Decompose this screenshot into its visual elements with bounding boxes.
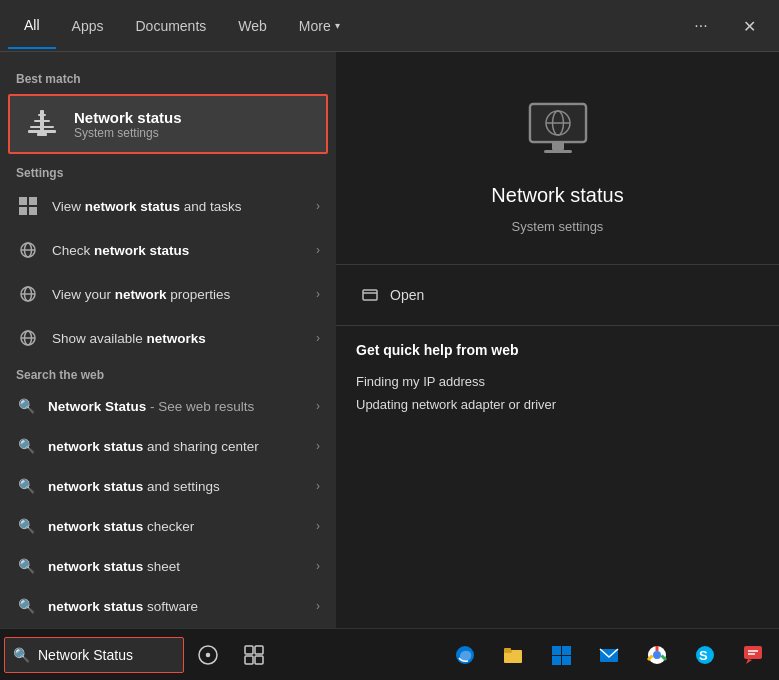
best-match-subtitle: System settings xyxy=(74,126,182,140)
taskbar: 🔍 Network Status xyxy=(0,628,779,680)
web-item-sharing[interactable]: 🔍 network status and sharing center › xyxy=(0,426,336,466)
web-item-software[interactable]: 🔍 network status software › xyxy=(0,586,336,626)
taskbar-feedback-icon[interactable] xyxy=(731,633,775,677)
globe-icon-3 xyxy=(16,326,40,350)
search-icon: 🔍 xyxy=(16,396,36,416)
web-item-settings[interactable]: 🔍 network status and settings › xyxy=(0,466,336,506)
web-item-checker[interactable]: 🔍 network status checker › xyxy=(0,506,336,546)
open-button[interactable]: Open xyxy=(356,277,759,313)
best-match-title: Network status xyxy=(74,109,182,126)
globe-icon xyxy=(16,238,40,262)
app-subtitle: System settings xyxy=(512,219,604,234)
chevron-down-icon: ▾ xyxy=(335,20,340,31)
best-match-label: Best match xyxy=(0,64,336,90)
globe-icon-2 xyxy=(16,282,40,306)
svg-rect-40 xyxy=(552,656,561,665)
settings-item-text-properties: View your network properties xyxy=(52,287,230,302)
svg-rect-5 xyxy=(37,133,47,136)
taskbar-search-box[interactable]: 🔍 Network Status xyxy=(4,637,184,673)
chevron-right-icon: › xyxy=(316,331,320,345)
web-item-text-1: Network Status - See web results xyxy=(48,399,254,414)
svg-rect-39 xyxy=(562,646,571,655)
tab-bar: All Apps Documents Web More ▾ xyxy=(0,0,779,52)
settings-item-properties[interactable]: View your network properties › xyxy=(0,272,336,316)
help-link-driver[interactable]: Updating network adapter or driver xyxy=(356,393,759,416)
svg-rect-41 xyxy=(562,656,571,665)
svg-text:S: S xyxy=(699,648,708,663)
tab-all[interactable]: All xyxy=(8,3,56,49)
settings-item-check[interactable]: Check network status › xyxy=(0,228,336,272)
svg-point-29 xyxy=(207,653,210,656)
svg-rect-33 xyxy=(255,656,263,664)
tab-documents[interactable]: Documents xyxy=(119,4,222,48)
chevron-right-icon: › xyxy=(316,599,320,613)
taskbar-skype-icon[interactable]: S xyxy=(683,633,727,677)
app-detail-top: Network status System settings xyxy=(336,52,779,265)
open-icon xyxy=(360,285,380,305)
taskbar-apps: S xyxy=(443,633,775,677)
search-icon: 🔍 xyxy=(16,476,36,496)
app-large-icon xyxy=(518,92,598,172)
svg-rect-4 xyxy=(28,130,56,133)
svg-rect-8 xyxy=(19,207,27,215)
settings-item-available[interactable]: Show available networks › xyxy=(0,316,336,360)
web-item-windows10[interactable]: 🔍 network status windows 10 › xyxy=(0,626,336,628)
settings-item-text-view-tasks: View network status and tasks xyxy=(52,199,242,214)
svg-rect-24 xyxy=(552,142,564,150)
web-item-network-status[interactable]: 🔍 Network Status - See web results › xyxy=(0,386,336,426)
settings-label: Settings xyxy=(0,158,336,184)
results-area: Best match Network status xyxy=(0,52,336,628)
app-name: Network status xyxy=(491,184,623,207)
help-title: Get quick help from web xyxy=(356,342,759,358)
chevron-right-icon: › xyxy=(316,287,320,301)
chevron-right-icon: › xyxy=(316,243,320,257)
open-label: Open xyxy=(390,287,424,303)
chevron-right-icon: › xyxy=(316,399,320,413)
search-icon: 🔍 xyxy=(16,436,36,456)
right-help: Get quick help from web Finding my IP ad… xyxy=(336,326,779,432)
taskbar-search-icon: 🔍 xyxy=(13,647,30,663)
help-link-ip[interactable]: Finding my IP address xyxy=(356,370,759,393)
svg-rect-47 xyxy=(744,646,762,659)
svg-marker-48 xyxy=(746,659,752,664)
best-match-text: Network status System settings xyxy=(74,109,182,140)
svg-rect-37 xyxy=(504,648,511,651)
multitasking-button[interactable] xyxy=(232,633,276,677)
tab-web[interactable]: Web xyxy=(222,4,283,48)
settings-item-text-available: Show available networks xyxy=(52,331,206,346)
web-item-sheet[interactable]: 🔍 network status sheet › xyxy=(0,546,336,586)
network-status-icon xyxy=(22,104,62,144)
svg-rect-32 xyxy=(245,656,253,664)
taskbar-explorer-icon[interactable] xyxy=(491,633,535,677)
left-results-panel: Best match Network status xyxy=(0,52,336,628)
search-web-label: Search the web xyxy=(0,360,336,386)
taskbar-windows-icon[interactable] xyxy=(539,633,583,677)
chevron-right-icon: › xyxy=(316,559,320,573)
best-match-item[interactable]: Network status System settings xyxy=(8,94,328,154)
web-item-text-2: network status and sharing center xyxy=(48,439,259,454)
svg-rect-26 xyxy=(363,290,377,300)
tab-more[interactable]: More ▾ xyxy=(283,4,356,48)
settings-item-view-tasks[interactable]: View network status and tasks › xyxy=(0,184,336,228)
svg-rect-25 xyxy=(544,150,572,153)
taskbar-edge-icon[interactable] xyxy=(443,633,487,677)
task-view-button[interactable] xyxy=(186,633,230,677)
close-button[interactable]: ✕ xyxy=(727,4,771,48)
svg-rect-31 xyxy=(255,646,263,654)
tab-apps[interactable]: Apps xyxy=(56,4,120,48)
taskbar-chrome-icon[interactable] xyxy=(635,633,679,677)
chevron-right-icon: › xyxy=(316,199,320,213)
svg-rect-38 xyxy=(552,646,561,655)
taskbar-mail-icon[interactable] xyxy=(587,633,631,677)
window-controls: ··· ✕ xyxy=(671,0,779,52)
ellipsis-button[interactable]: ··· xyxy=(679,4,723,48)
web-item-text-5: network status sheet xyxy=(48,559,180,574)
grid-icon xyxy=(16,194,40,218)
right-actions: Open xyxy=(336,265,779,326)
web-item-text-4: network status checker xyxy=(48,519,194,534)
svg-rect-7 xyxy=(29,197,37,205)
settings-item-text-check: Check network status xyxy=(52,243,189,258)
right-panel: Network status System settings Open Get … xyxy=(336,52,779,628)
svg-rect-30 xyxy=(245,646,253,654)
svg-rect-9 xyxy=(29,207,37,215)
